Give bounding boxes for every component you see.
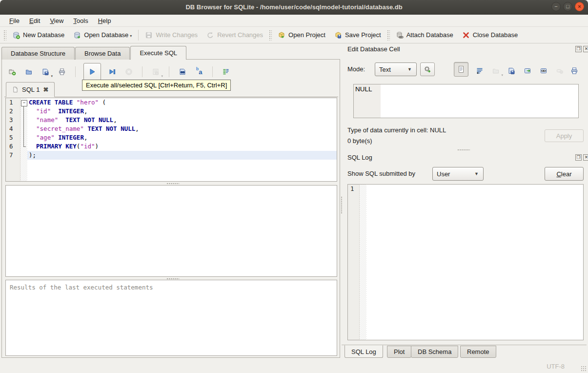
open-sql-tab-button[interactable]	[7, 66, 18, 77]
menu-edit[interactable]: Edit	[25, 16, 44, 26]
sql-editor[interactable]: 1234567 CREATE TABLE "hero" ( "id" INTEG…	[5, 98, 337, 182]
fold-marker-icon[interactable]	[20, 98, 27, 107]
results-message-pane[interactable]: Results of the last executed statements	[5, 280, 337, 356]
tab-db-schema[interactable]: DB Schema	[411, 346, 458, 358]
editor-line[interactable]: "age" INTEGER,	[27, 133, 337, 142]
open-database-button[interactable]: Open Database ▾	[69, 29, 136, 41]
close-dock-icon[interactable]: ✕	[583, 46, 588, 52]
save-sql-file-button[interactable]: ▾	[40, 66, 51, 77]
menu-bar: File Edit View Tools Help	[0, 15, 588, 27]
float-dock-icon[interactable]: ❐	[575, 154, 582, 161]
title-bar[interactable]: DB Browser for SQLite - /home/user/code/…	[0, 0, 588, 15]
tab-plot[interactable]: Plot	[387, 346, 411, 358]
write-changes-button[interactable]: Write Changes	[141, 29, 202, 41]
dock-splitter-handle[interactable]	[340, 195, 343, 215]
sql-code-area[interactable]: CREATE TABLE "hero" ( "id" INTEGER, "nam…	[27, 98, 337, 181]
float-dock-icon[interactable]: ❐	[575, 46, 582, 52]
splitter-handle[interactable]	[163, 182, 182, 185]
new-database-label: New Database	[23, 31, 64, 39]
cell-type-info: Type of data currently in cell: NULL	[347, 126, 446, 134]
export-cell-data-button[interactable]	[506, 65, 517, 76]
maximize-icon[interactable]: □	[563, 2, 572, 11]
editor-line[interactable]: CREATE TABLE "hero" (	[27, 98, 337, 107]
menu-help[interactable]: Help	[94, 16, 116, 26]
tab-browse-data[interactable]: Browse Data	[75, 47, 130, 60]
execute-current-line-button[interactable]	[107, 66, 118, 77]
cell-editor[interactable]: NULL	[353, 84, 579, 118]
encoding-indicator[interactable]: UTF-8	[547, 363, 565, 370]
cell-value: NULL	[355, 85, 372, 93]
open-database-dropdown-icon[interactable]: ▾	[130, 34, 132, 38]
revert-changes-button[interactable]: Revert Changes	[202, 29, 267, 41]
link-icon[interactable]	[538, 65, 549, 76]
clear-log-button[interactable]: Clear	[545, 167, 584, 181]
sql-log-filter-select[interactable]: User ▼	[432, 167, 484, 181]
sql-file-tab[interactable]: SQL 1 ✖	[6, 82, 55, 97]
resize-grip[interactable]	[581, 366, 587, 372]
word-wrap-icon[interactable]	[221, 66, 231, 77]
find-icon[interactable]	[177, 66, 188, 77]
results-grid-pane[interactable]	[5, 185, 337, 277]
toolbar-drag-handle[interactable]	[269, 30, 272, 41]
fold-guide	[20, 116, 27, 124]
execute-sql-button[interactable]	[83, 63, 101, 81]
sql-toolbar: ▾ ▾ ba	[7, 62, 231, 81]
tab-database-structure[interactable]: Database Structure	[1, 47, 75, 60]
close-dock-icon[interactable]: ✕	[583, 154, 588, 161]
tab-execute-sql[interactable]: Execute SQL	[130, 46, 186, 60]
sql-toolbar-separator	[142, 66, 142, 77]
save-results-button[interactable]: ▾	[150, 66, 161, 77]
close-tab-icon[interactable]: ✖	[43, 86, 48, 93]
editor-line[interactable]: "secret_name" TEXT NOT NULL,	[27, 124, 337, 133]
new-database-button[interactable]: New Database	[8, 29, 69, 41]
sql-log-filter-label: Show SQL submitted by	[347, 170, 415, 177]
menu-view[interactable]: View	[45, 16, 68, 26]
import-cell-data-button[interactable]: ▾	[490, 65, 501, 76]
save-results-dropdown-icon[interactable]: ▾	[161, 74, 163, 78]
text-view-toggle[interactable]	[454, 62, 468, 77]
sql-log-view[interactable]: 1	[347, 184, 584, 340]
minimize-icon[interactable]: −	[551, 2, 561, 11]
mode-select[interactable]: Text ▼	[375, 62, 417, 76]
dock-splitter-handle[interactable]	[454, 148, 473, 151]
fold-guide	[20, 107, 27, 116]
log-content	[366, 185, 583, 340]
stop-execution-button[interactable]	[123, 66, 134, 77]
close-icon[interactable]: ×	[575, 2, 584, 11]
save-sql-dropdown-icon[interactable]: ▾	[51, 74, 53, 78]
toolbar-drag-handle[interactable]	[387, 30, 390, 41]
print-cell-button[interactable]	[569, 65, 580, 76]
editor-line[interactable]: );	[27, 151, 337, 160]
print-sql-button[interactable]	[57, 66, 67, 77]
open-database-icon	[73, 31, 81, 39]
attach-database-button[interactable]: Attach Database	[391, 29, 458, 41]
clear-button-label: Clear	[556, 170, 571, 178]
save-project-button[interactable]: Save Project	[330, 29, 385, 41]
editor-line[interactable]: "id" INTEGER,	[27, 107, 337, 116]
main-tab-bar: Database Structure Browse Data Execute S…	[1, 46, 187, 60]
word-wrap-cell-icon[interactable]	[474, 65, 485, 76]
close-database-button[interactable]: Close Database	[458, 29, 523, 41]
menu-tools[interactable]: Tools	[69, 16, 92, 26]
toolbar-drag-handle[interactable]	[3, 30, 6, 41]
autocomplete-icon[interactable]: ba	[194, 66, 204, 77]
open-sql-file-button[interactable]	[23, 66, 34, 77]
open-in-external-button[interactable]	[522, 65, 533, 76]
line-number: 7	[6, 151, 20, 160]
line-number: 2	[6, 107, 20, 116]
editor-line[interactable]: "name" TEXT NOT NULL,	[27, 116, 337, 124]
sql-toolbar-separator	[75, 66, 76, 77]
set-null-button[interactable]	[554, 65, 565, 76]
open-project-button[interactable]: Open Project	[273, 29, 330, 41]
fold-margin[interactable]	[20, 98, 27, 181]
revert-changes-icon	[206, 31, 214, 39]
menu-file[interactable]: File	[5, 16, 24, 26]
auto-apply-button[interactable]	[420, 62, 435, 76]
sql-toolbar-separator	[169, 66, 169, 77]
line-number: 6	[6, 142, 20, 151]
apply-button[interactable]: Apply	[545, 129, 584, 142]
mode-value: Text	[379, 66, 391, 73]
tab-sql-log[interactable]: SQL Log	[345, 345, 383, 358]
editor-line[interactable]: PRIMARY KEY("id")	[27, 142, 337, 151]
tab-remote[interactable]: Remote	[460, 346, 496, 358]
